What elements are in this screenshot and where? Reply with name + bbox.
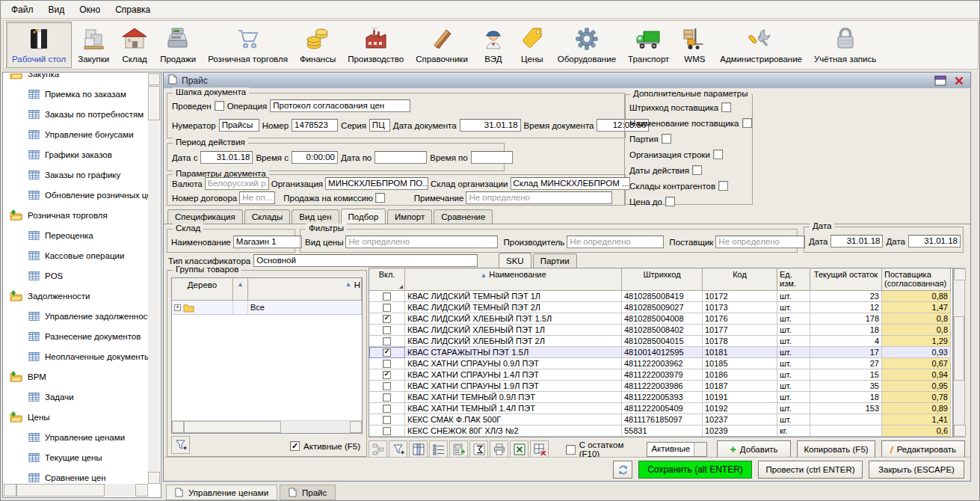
cell-price[interactable]: 0,93 (882, 347, 951, 358)
cell-unit[interactable]: шт. (777, 302, 810, 313)
column-sort-cell[interactable]: ▲ (233, 278, 248, 301)
cell-stock[interactable]: 178 (810, 313, 882, 325)
cell-barcode[interactable]: 4811222003979 (622, 369, 703, 381)
cell-barcode[interactable]: 4810285004015 (622, 336, 703, 347)
row-checkbox[interactable] (383, 393, 391, 402)
cell-stock[interactable]: 153 (810, 403, 882, 414)
cell-price[interactable]: 0,95 (882, 381, 951, 392)
cell-incl[interactable] (369, 336, 405, 347)
cell-code[interactable]: 10181 (703, 347, 777, 358)
cell-code[interactable]: 10191 (703, 392, 777, 403)
doc-tab[interactable]: Сравнение (434, 209, 493, 224)
cell-barcode[interactable]: 4810014012595 (622, 347, 703, 358)
additional-param-checkbox[interactable] (718, 181, 728, 191)
scrollbar-thumb[interactable] (148, 86, 160, 120)
currency-field[interactable]: Белорусский р... (205, 177, 269, 190)
row-checkbox[interactable] (383, 416, 391, 424)
table-row[interactable]: КВАС СТАРАЖЫТНЫ ПЭТ 1.5Л 4810014012595 1… (369, 347, 952, 358)
cell-name[interactable]: КВАС ЛИДСКИЙ ХЛЕБНЫЙ ПЭТ 1.5Л (405, 313, 622, 325)
with-stock-checkbox[interactable] (566, 445, 576, 455)
sidebar-item[interactable]: Текущие цены (4, 447, 148, 467)
operation-field[interactable]: Протокол согласования цен (270, 99, 410, 112)
cell-price[interactable]: 1,41 (882, 414, 951, 425)
toolbar-item-coins[interactable]: Финансы (294, 22, 342, 68)
toolbar-item-price-tag[interactable]: Цены (513, 22, 552, 68)
column-header-barcode[interactable]: Штрихкод (622, 268, 703, 291)
cell-incl[interactable] (369, 381, 405, 392)
table-vertical-scrollbar[interactable] (953, 268, 965, 437)
cell-stock[interactable]: 23 (810, 291, 882, 302)
state-dropdown[interactable]: Активные (647, 442, 707, 457)
post-button[interactable]: Провести (ctrl ENTER) (758, 461, 863, 479)
cell-price[interactable]: 1,47 (882, 302, 951, 313)
cell-code[interactable]: 10187 (703, 381, 777, 392)
additional-param-checkbox[interactable] (665, 197, 675, 206)
cell-incl[interactable] (369, 291, 405, 302)
row-checkbox[interactable] (383, 427, 391, 435)
cell-stock[interactable]: 4 (810, 336, 882, 347)
sidebar-item[interactable]: Неоплаченные документы (4, 346, 148, 366)
toolbar-item-purchases[interactable]: Закупки (72, 22, 115, 68)
cell-stock[interactable]: 15 (810, 369, 882, 381)
row-checkbox[interactable] (383, 382, 391, 390)
close-button[interactable]: Закрыть (ESCAPE) (869, 461, 964, 479)
additional-param-checkbox[interactable] (713, 150, 723, 159)
groups-tree-row[interactable]: + Все (172, 301, 362, 315)
sidebar-item[interactable]: Заказы по потребностям (4, 104, 148, 124)
sidebar-item[interactable]: Управление бонусами (4, 124, 148, 144)
cell-code[interactable]: 10185 (703, 358, 777, 369)
cell-price[interactable]: 1,29 (882, 336, 951, 347)
sidebar-item[interactable]: Обновление розничных це (4, 185, 148, 205)
toolbar-item-truck[interactable]: Транспорт (622, 22, 675, 68)
column-header-incl[interactable]: Вкл. (369, 268, 405, 291)
doc-tab[interactable]: Подбор (341, 209, 386, 224)
column-header-name[interactable]: ▲ Н (248, 278, 362, 301)
toolbar-item-desktop[interactable]: Рабочий стол (6, 22, 72, 68)
cell-barcode[interactable]: 4811222005409 (622, 403, 703, 414)
cell-price[interactable]: 0,89 (882, 403, 951, 414)
cell-barcode[interactable]: 4810285004008 (622, 313, 703, 325)
save-button[interactable]: Сохранить (alt ENTER) (638, 461, 752, 479)
cell-code[interactable]: 10172 (703, 291, 777, 302)
additional-param-checkbox[interactable] (742, 118, 752, 128)
table-row[interactable]: КЕКС СМАК Ф.ПАК 500Г 4811176185097 10237… (369, 414, 952, 425)
menu-item[interactable]: Вид (41, 1, 73, 18)
table-row[interactable]: КВАС ХАТНИ ТЕМНЫЙ 1.4Л ПЭТ 4811222005409… (369, 403, 952, 414)
cell-stock[interactable]: 18 (810, 325, 882, 336)
sidebar-item[interactable]: Приемка по заказам (4, 84, 148, 104)
cell-price[interactable]: 0,8 (882, 313, 951, 325)
column-header-code[interactable]: Код (703, 268, 777, 291)
sidebar-item[interactable]: POS (4, 265, 148, 286)
table-row[interactable]: КЕКС СНЕЖОК 80Г ХЛ/З №2 55831 10239 кг. … (369, 425, 952, 437)
cell-incl[interactable] (369, 425, 405, 437)
cell-incl[interactable] (369, 313, 405, 325)
scroll-down-icon[interactable] (148, 472, 160, 484)
toolbar-item-shopping-cart[interactable]: Розничная торговля (202, 22, 294, 68)
cell-unit[interactable]: шт. (777, 347, 810, 358)
menu-item[interactable]: Справка (108, 1, 158, 18)
cell-unit[interactable]: шт. (777, 291, 810, 302)
cell-code[interactable]: 10173 (703, 302, 777, 313)
sidebar-item[interactable]: Сравнение цен (4, 467, 148, 484)
toolbar-item-gear[interactable]: Оборудование (552, 22, 622, 68)
scroll-right-icon[interactable] (135, 484, 148, 497)
cell-price[interactable]: 0,67 (882, 358, 951, 369)
cell-barcode[interactable]: 55831 (622, 425, 703, 437)
scroll-right-icon[interactable] (350, 421, 362, 433)
table-row[interactable]: КВАС ЛИДСКИЙ ТЕМНЫЙ ПЭТ 1Л 4810285008419… (369, 291, 952, 302)
toolbar-item-padlock[interactable]: Учётная запись (808, 22, 882, 68)
cell-incl[interactable] (369, 325, 405, 336)
row-checkbox[interactable] (383, 292, 391, 301)
cell-unit[interactable]: шт. (777, 336, 810, 347)
cell-name[interactable]: КВАС ХАТНИ СПРАУНЫ 0.9Л ПЭТ (405, 358, 622, 369)
number-field[interactable]: 1478523 (292, 119, 338, 132)
cell-name[interactable]: КВАС ХАТНИ ТЕМНЫЙ 1.4Л ПЭТ (405, 403, 622, 414)
sidebar-group[interactable]: BPM (4, 366, 148, 387)
sidebar-vertical-scrollbar[interactable] (148, 73, 160, 484)
series-field[interactable]: ПЦ (369, 119, 390, 132)
add-button[interactable]: +Добавить (717, 440, 791, 458)
cell-name[interactable]: КВАС ХАТНИ СПРАУНЫ 1.9Л ПЭТ (405, 381, 622, 392)
cell-name[interactable]: КВАС ЛИДСКИЙ ТЕМНЫЙ ПЭТ 2Л (405, 302, 622, 313)
mdi-tab[interactable]: Прайс (280, 485, 336, 500)
structure-button[interactable] (369, 440, 387, 458)
